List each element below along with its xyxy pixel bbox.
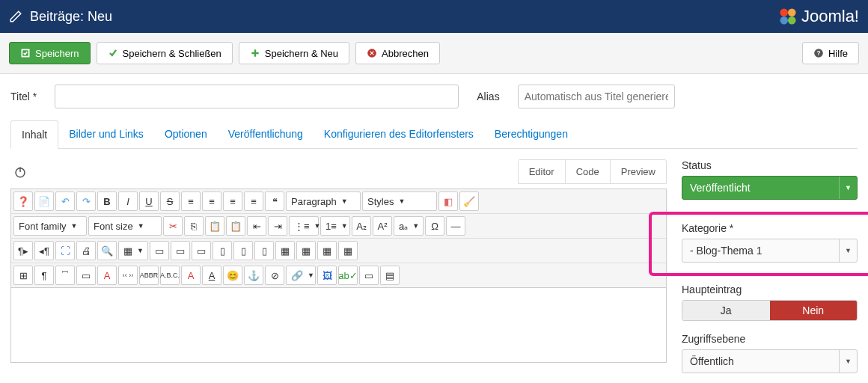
blockquote-icon[interactable]: ▭ — [76, 266, 96, 285]
tab-permissions[interactable]: Berechtigungen — [484, 120, 578, 148]
align-center-icon[interactable]: ≡ — [202, 192, 221, 211]
showblocks-icon[interactable]: ¶ — [34, 266, 54, 285]
superscript-icon[interactable]: A² — [373, 216, 392, 236]
anchor-icon[interactable]: ⚓ — [244, 266, 263, 285]
title-input[interactable] — [55, 85, 459, 108]
hr-icon[interactable]: — — [446, 216, 465, 236]
unlink-icon[interactable]: ⊘ — [265, 266, 284, 285]
abbr-icon[interactable]: ‹‹ ›› — [118, 266, 138, 285]
tab-optionen[interactable]: Optionen — [154, 120, 218, 148]
cancel-button[interactable]: Abbrechen — [355, 42, 440, 64]
cell-props-icon[interactable]: ▦ — [317, 241, 337, 260]
tab-publish[interactable]: Veröffentlichung — [218, 120, 314, 148]
copy-icon[interactable]: ⎘ — [184, 216, 204, 236]
broom-icon[interactable]: 🧹 — [459, 192, 479, 211]
bold-icon[interactable]: B — [97, 192, 117, 211]
paragraph-select[interactable]: Paragraph▼ — [286, 192, 361, 211]
help-button[interactable]: ? Hilfe — [802, 42, 859, 64]
indent-icon[interactable]: ⇥ — [268, 216, 287, 236]
direction-select[interactable]: aₐ▼ — [394, 216, 424, 236]
link-select[interactable]: 🔗▼ — [286, 266, 316, 285]
paste-text-icon[interactable]: 📋 — [226, 216, 245, 236]
undo-icon[interactable]: ↶ — [55, 192, 75, 211]
quote-icon[interactable]: ❝ — [265, 192, 284, 211]
paste-icon[interactable]: 📋 — [205, 216, 224, 236]
svg-point-0 — [780, 9, 788, 17]
charmap-icon[interactable]: Ω — [425, 216, 444, 236]
search-icon[interactable]: 🔍 — [97, 241, 117, 260]
split-icon[interactable]: ▦ — [296, 241, 316, 260]
visualaid-icon[interactable]: ⊞ — [13, 266, 33, 285]
redo-icon[interactable]: ↷ — [76, 192, 96, 211]
strike-icon[interactable]: S — [160, 192, 180, 211]
rtl-icon[interactable]: ◂¶ — [34, 241, 54, 260]
tab-editor-config[interactable]: Konfigurieren des Editorfensters — [314, 120, 484, 148]
title-label: Titel * — [10, 91, 37, 102]
table-del-icon[interactable]: ▦ — [338, 241, 358, 260]
italic-icon[interactable]: I — [118, 192, 138, 211]
cut-icon[interactable]: ✂ — [163, 216, 183, 236]
row-before-icon[interactable]: ▭ — [171, 241, 190, 260]
category-label: Kategorie * — [682, 222, 858, 234]
row-after-icon[interactable]: ▭ — [192, 241, 211, 260]
editor-tab-code[interactable]: Code — [566, 160, 611, 183]
subscript-icon[interactable]: A₂ — [352, 216, 371, 236]
plus-icon — [250, 48, 260, 58]
ins-icon[interactable]: A — [181, 266, 201, 285]
row-delete-icon[interactable]: ▭ — [150, 241, 169, 260]
featured-toggle[interactable]: Ja Nein — [682, 300, 858, 321]
col-after-icon[interactable]: ▯ — [254, 241, 274, 260]
template-icon[interactable]: ▤ — [380, 266, 400, 285]
toggle-no[interactable]: Nein — [770, 301, 858, 320]
style-icon[interactable]: A — [202, 266, 221, 285]
align-justify-icon[interactable]: ≡ — [244, 192, 263, 211]
chevron-down-icon: ▼ — [839, 350, 857, 373]
eraser-icon[interactable]: ◧ — [438, 192, 458, 211]
tab-inhalt[interactable]: Inhalt — [10, 120, 58, 149]
table-select[interactable]: ▦▼ — [118, 241, 148, 260]
print-icon[interactable]: 🖨 — [76, 241, 96, 260]
help-icon[interactable]: ❓ — [13, 192, 33, 211]
check-icon — [20, 48, 31, 58]
category-select[interactable]: - Blog-Thema 1 ▼ — [682, 239, 858, 263]
editor-tab-editor[interactable]: Editor — [519, 160, 566, 183]
editor-toggle-button[interactable] — [10, 162, 30, 182]
ltr-icon[interactable]: ¶▸ — [13, 241, 33, 260]
align-right-icon[interactable]: ≡ — [223, 192, 242, 211]
save-new-button[interactable]: Speichern & Neu — [239, 42, 349, 64]
access-select[interactable]: Öffentlich ▼ — [682, 349, 858, 373]
newdoc-icon[interactable]: 📄 — [34, 192, 54, 211]
spellcheck-icon[interactable]: ab✓ — [338, 266, 358, 285]
svg-point-2 — [780, 16, 788, 25]
nonbreaking-icon[interactable]: ⎴ — [55, 266, 75, 285]
align-left-icon[interactable]: ≡ — [181, 192, 201, 211]
check-icon — [108, 48, 118, 58]
alias-input[interactable] — [518, 85, 675, 108]
editor-content[interactable] — [10, 288, 667, 363]
styles-select[interactable]: Styles▼ — [362, 192, 437, 211]
status-select[interactable]: Veröffentlicht ▼ — [682, 176, 858, 200]
cancel-icon — [367, 48, 377, 58]
acronym-icon[interactable]: ABBR — [139, 266, 159, 285]
col-delete-icon[interactable]: ▯ — [213, 241, 232, 260]
fullscreen-icon[interactable]: ⛶ — [55, 241, 75, 260]
tab-bilder[interactable]: Bilder und Links — [58, 120, 154, 148]
del-icon[interactable]: A.B.C. — [160, 266, 180, 285]
save-close-button[interactable]: Speichern & Schließen — [97, 42, 233, 64]
underline-icon[interactable]: U — [139, 192, 159, 211]
image-icon[interactable]: 🖼 — [317, 266, 337, 285]
col-before-icon[interactable]: ▯ — [233, 241, 253, 260]
toggle-yes[interactable]: Ja — [682, 301, 770, 320]
merge-icon[interactable]: ▦ — [275, 241, 295, 260]
fontfamily-select[interactable]: Font family▼ — [13, 216, 87, 236]
emoticon-icon[interactable]: 😊 — [223, 266, 242, 285]
save-button[interactable]: Speichern — [9, 42, 91, 64]
chevron-down-icon: ▼ — [839, 239, 857, 262]
list-ol-select[interactable]: 1≡▼ — [320, 216, 350, 236]
editor-tab-preview[interactable]: Preview — [611, 160, 666, 183]
layer-icon[interactable]: ▭ — [359, 266, 379, 285]
list-ul-select[interactable]: ⋮≡▼ — [289, 216, 319, 236]
outdent-icon[interactable]: ⇤ — [247, 216, 266, 236]
fontsize-select[interactable]: Font size▼ — [88, 216, 162, 236]
textcolor-icon[interactable]: A — [97, 266, 117, 285]
